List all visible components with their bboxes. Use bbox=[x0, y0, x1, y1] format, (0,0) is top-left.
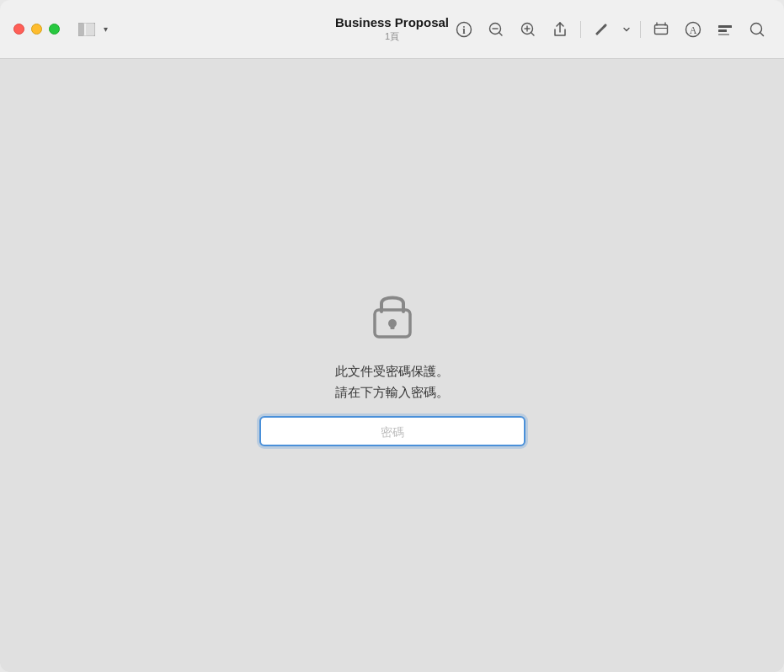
info-button[interactable]: i bbox=[451, 16, 477, 43]
titlebar: ▾ Business Proposal 1頁 i bbox=[0, 0, 784, 59]
svg-rect-1 bbox=[86, 23, 95, 36]
annotate-button[interactable] bbox=[588, 16, 615, 43]
document-title: Business Proposal bbox=[335, 15, 449, 29]
share-button[interactable] bbox=[547, 16, 573, 43]
svg-line-7 bbox=[499, 32, 503, 35]
svg-text:A: A bbox=[690, 24, 697, 36]
annotate-chevron-icon[interactable] bbox=[620, 16, 633, 43]
svg-rect-15 bbox=[718, 25, 732, 28]
svg-rect-22 bbox=[390, 323, 394, 329]
enter-password-text: 請在下方輸入密碼。 bbox=[335, 385, 449, 401]
document-pages: 1頁 bbox=[385, 30, 399, 43]
main-content: 此文件受密碼保護。 請在下方輸入密碼。 bbox=[0, 59, 784, 672]
svg-rect-16 bbox=[718, 29, 727, 32]
text-button[interactable]: A bbox=[680, 16, 707, 43]
search-button[interactable] bbox=[744, 16, 771, 43]
maximize-button[interactable] bbox=[49, 24, 60, 35]
close-button[interactable] bbox=[13, 24, 24, 35]
sidebar-chevron-icon[interactable]: ▾ bbox=[104, 24, 108, 34]
svg-text:i: i bbox=[462, 24, 466, 36]
svg-rect-0 bbox=[78, 23, 84, 36]
minimize-button[interactable] bbox=[31, 24, 42, 35]
sidebar-toggle-button[interactable] bbox=[73, 16, 100, 43]
lock-icon bbox=[363, 285, 422, 347]
title-section: Business Proposal 1頁 bbox=[335, 15, 449, 43]
svg-rect-17 bbox=[718, 34, 729, 35]
toolbar-right: i bbox=[451, 16, 771, 43]
svg-line-19 bbox=[760, 32, 764, 35]
toolbar-divider-1 bbox=[580, 21, 581, 38]
window-button[interactable] bbox=[648, 16, 675, 43]
traffic-lights bbox=[13, 24, 60, 35]
svg-rect-12 bbox=[655, 24, 668, 34]
password-input[interactable] bbox=[259, 416, 525, 446]
protected-text: 此文件受密碼保護。 bbox=[335, 364, 449, 380]
zoom-out-button[interactable] bbox=[483, 16, 509, 43]
toolbar-divider-2 bbox=[640, 21, 641, 38]
redact-button[interactable] bbox=[712, 16, 739, 43]
zoom-in-button[interactable] bbox=[515, 16, 541, 43]
svg-line-11 bbox=[531, 32, 535, 35]
